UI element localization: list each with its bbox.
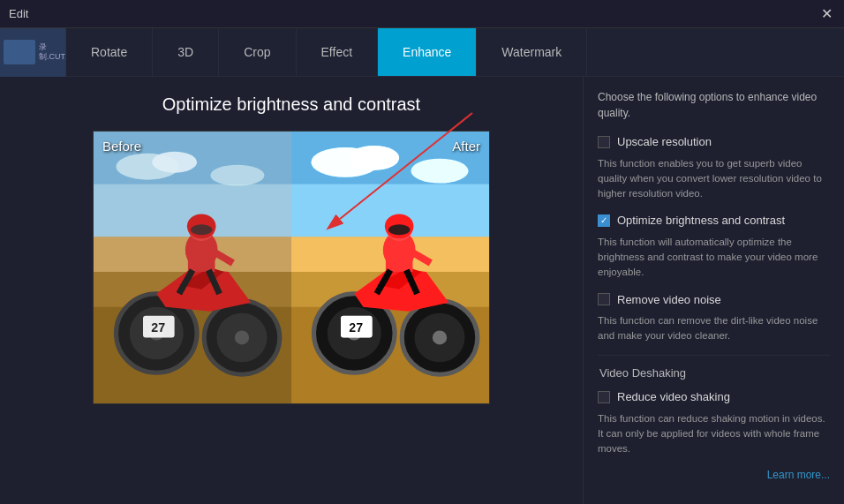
- brightness-label: Optimize brightness and contrast: [617, 212, 785, 229]
- after-scene-svg: 27: [291, 132, 489, 403]
- tab-effect[interactable]: Effect: [297, 28, 379, 76]
- preview-images: Before: [93, 131, 490, 404]
- deshake-option-row: Reduce video shaking: [598, 388, 830, 406]
- before-bike-image: 27: [94, 132, 291, 403]
- tab-crop[interactable]: Crop: [219, 28, 296, 76]
- brightness-option-row: Optimize brightness and contrast: [598, 212, 830, 229]
- learn-more-link[interactable]: Learn more...: [598, 467, 830, 483]
- noise-label: Remove video noise: [617, 291, 721, 309]
- svg-text:27: 27: [349, 320, 363, 335]
- preview-area: Optimize brightness and contrast Before: [0, 77, 584, 504]
- svg-point-29: [349, 146, 399, 170]
- tab-bar: 录制.CUT.00'... Rotate 3D Crop Effect Enha…: [0, 28, 844, 77]
- svg-text:27: 27: [151, 320, 165, 335]
- main-content: Optimize brightness and contrast Before: [0, 77, 844, 504]
- svg-point-3: [152, 152, 197, 173]
- svg-point-22: [191, 224, 212, 235]
- svg-point-39: [433, 331, 447, 345]
- tab-enhance[interactable]: Enhance: [378, 28, 477, 76]
- tab-3d[interactable]: 3D: [153, 28, 219, 76]
- svg-point-48: [388, 224, 410, 235]
- svg-rect-46: [386, 241, 413, 272]
- before-scene-svg: 27: [94, 132, 291, 403]
- panel-intro-text: Choose the following options to enhance …: [598, 89, 830, 121]
- window-title: Edit: [9, 7, 28, 20]
- upscale-desc: This function enables you to get superb …: [598, 156, 830, 202]
- after-label: After: [452, 139, 480, 154]
- file-name: 录制.CUT.00'...: [39, 42, 66, 62]
- deshake-checkbox[interactable]: [598, 391, 610, 403]
- upscale-option-row: Upscale resolution: [598, 133, 830, 151]
- thumbnail-image: [4, 40, 35, 64]
- svg-rect-20: [188, 241, 215, 272]
- before-label: Before: [102, 139, 141, 154]
- deshaking-section-title: Video Deshaking: [598, 365, 830, 382]
- deshake-desc: This function can reduce shaking motion …: [598, 411, 830, 457]
- title-bar: Edit ✕: [0, 0, 844, 28]
- tab-rotate[interactable]: Rotate: [66, 28, 153, 76]
- preview-title: Optimize brightness and contrast: [162, 94, 420, 115]
- close-button[interactable]: ✕: [818, 5, 835, 23]
- svg-point-13: [235, 331, 249, 345]
- brightness-checkbox[interactable]: [598, 214, 610, 227]
- upscale-label: Upscale resolution: [617, 133, 712, 151]
- svg-point-4: [210, 165, 264, 186]
- svg-point-30: [411, 159, 468, 184]
- enhance-panel: Choose the following options to enhance …: [584, 77, 844, 504]
- noise-checkbox[interactable]: [598, 293, 610, 305]
- before-image: Before: [94, 132, 291, 403]
- noise-desc: This function can remove the dirt-like v…: [598, 313, 830, 344]
- after-image: After: [291, 132, 489, 403]
- brightness-desc: This function will automatically optimiz…: [598, 235, 830, 281]
- file-thumbnail[interactable]: 录制.CUT.00'...: [0, 28, 66, 77]
- section-divider: [598, 355, 830, 356]
- noise-option-row: Remove video noise: [598, 291, 830, 309]
- tab-watermark[interactable]: Watermark: [477, 28, 587, 76]
- deshake-label: Reduce video shaking: [617, 388, 730, 406]
- after-bike-image: 27: [291, 132, 489, 403]
- upscale-checkbox[interactable]: [598, 136, 610, 148]
- tabs-container: Rotate 3D Crop Effect Enhance Watermark: [66, 28, 844, 76]
